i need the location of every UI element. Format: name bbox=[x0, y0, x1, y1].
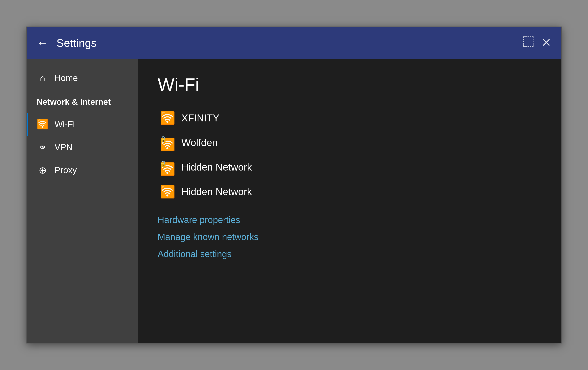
sidebar-section-label: Network & Internet bbox=[37, 97, 111, 107]
window-title: Settings bbox=[56, 36, 523, 49]
close-button[interactable]: ✕ bbox=[541, 37, 551, 49]
hardware-properties-link[interactable]: Hardware properties bbox=[158, 213, 541, 227]
sidebar-item-proxy[interactable]: ⊕ Proxy bbox=[27, 159, 138, 182]
list-item[interactable]: 🛜 XFINITY bbox=[158, 107, 541, 129]
home-icon: ⌂ bbox=[37, 72, 49, 83]
back-button[interactable]: ← bbox=[37, 37, 49, 49]
network-icon-wrap: 🛜 bbox=[160, 185, 176, 199]
sidebar-wifi-label: Wi-Fi bbox=[54, 119, 75, 129]
additional-settings-link[interactable]: Additional settings bbox=[158, 247, 541, 261]
restore-icon bbox=[523, 36, 534, 47]
network-list: 🛜 XFINITY 🔒 🛜 Wolfden 🔒 🛜 bbox=[158, 107, 541, 203]
sidebar-item-wifi[interactable]: 🛜 Wi-Fi bbox=[27, 113, 138, 136]
sidebar: ⌂ Home Network & Internet 🛜 Wi-Fi ⚭ VPN … bbox=[27, 59, 138, 343]
wifi-signal-icon: 🛜 bbox=[160, 185, 175, 199]
sidebar-proxy-label: Proxy bbox=[54, 165, 77, 175]
page-title: Wi-Fi bbox=[158, 74, 541, 95]
settings-window: ← Settings ✕ ⌂ Home Network & Internet 🛜… bbox=[26, 27, 562, 343]
network-icon-wrap: 🔒 🛜 bbox=[160, 160, 176, 174]
sidebar-item-home[interactable]: ⌂ Home bbox=[27, 67, 138, 89]
network-name: XFINITY bbox=[181, 112, 220, 124]
manage-networks-link[interactable]: Manage known networks bbox=[158, 230, 541, 244]
window-controls: ✕ bbox=[523, 36, 551, 49]
links-section: Hardware properties Manage known network… bbox=[158, 213, 541, 261]
network-name: Hidden Network bbox=[181, 186, 252, 198]
network-name: Hidden Network bbox=[181, 161, 252, 173]
list-item[interactable]: 🔒 🛜 Wolfden bbox=[158, 131, 541, 154]
restore-button[interactable] bbox=[523, 36, 534, 49]
sidebar-home-label: Home bbox=[54, 73, 78, 83]
titlebar: ← Settings ✕ bbox=[27, 27, 561, 59]
network-icon-wrap: 🔒 🛜 bbox=[160, 136, 176, 150]
list-item[interactable]: 🔒 🛜 Hidden Network bbox=[158, 156, 541, 179]
content-area: ⌂ Home Network & Internet 🛜 Wi-Fi ⚭ VPN … bbox=[27, 59, 561, 343]
list-item[interactable]: 🛜 Hidden Network bbox=[158, 180, 541, 203]
wifi-sidebar-icon: 🛜 bbox=[37, 119, 49, 130]
proxy-icon: ⊕ bbox=[37, 165, 49, 176]
main-content: Wi-Fi 🛜 XFINITY 🔒 🛜 Wolfden bbox=[138, 59, 561, 343]
vpn-icon: ⚭ bbox=[37, 142, 49, 153]
sidebar-section-header: Network & Internet bbox=[27, 91, 138, 113]
network-name: Wolfden bbox=[181, 137, 218, 148]
network-icon-wrap: 🛜 bbox=[160, 111, 176, 125]
wifi-signal-icon: 🛜 bbox=[160, 111, 175, 125]
sidebar-vpn-label: VPN bbox=[54, 142, 72, 152]
lock-icon: 🔒 bbox=[160, 136, 167, 143]
lock-icon: 🔒 bbox=[160, 160, 167, 167]
sidebar-item-vpn[interactable]: ⚭ VPN bbox=[27, 136, 138, 159]
